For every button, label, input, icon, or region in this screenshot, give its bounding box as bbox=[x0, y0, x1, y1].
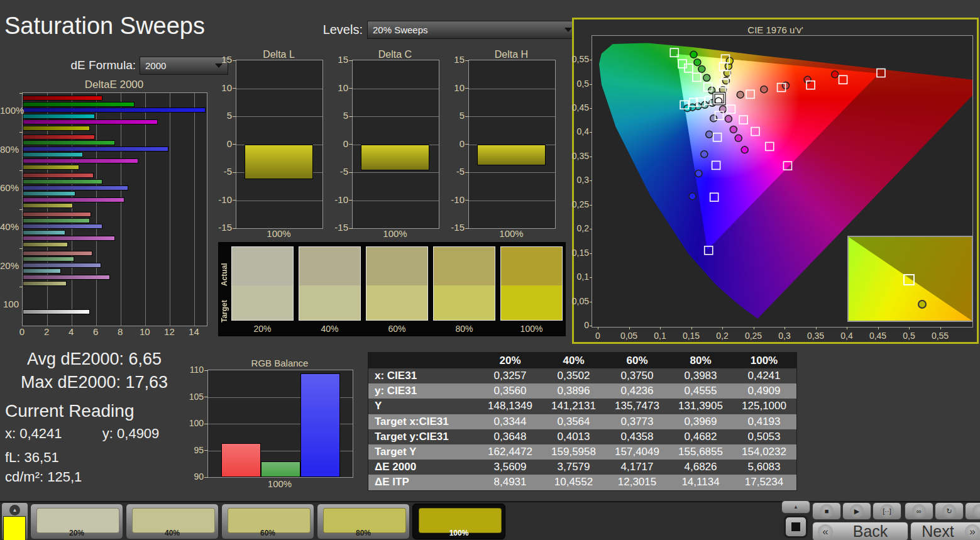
rgb-axis-tick bbox=[204, 370, 208, 371]
transport-stop-button[interactable]: ■ bbox=[812, 502, 841, 520]
transport-play-button[interactable]: ▶ bbox=[842, 502, 871, 520]
table-header-cell: 60% bbox=[605, 353, 669, 368]
cdm2-readout: cd/m²: 125,1 bbox=[5, 469, 82, 485]
deltae-bar-green bbox=[23, 218, 90, 223]
levels-label: Levels: bbox=[286, 23, 363, 37]
cie-x-tick bbox=[754, 327, 754, 329]
cie-y-tick bbox=[590, 108, 592, 109]
measured-magenta-2 bbox=[725, 116, 732, 123]
levels-value: 20% Sweeps bbox=[373, 25, 428, 35]
measured-blue-5 bbox=[689, 193, 696, 200]
table-row-label: Y bbox=[368, 399, 478, 414]
panel-collapse-button[interactable]: ▲ bbox=[781, 500, 810, 539]
table-value-cell: 154,0232 bbox=[732, 444, 796, 460]
rgb-bar-green bbox=[261, 461, 300, 477]
table-value-cell: 0,4358 bbox=[605, 429, 669, 444]
cie-x-tick-label: 0,2 bbox=[710, 331, 735, 341]
delta-axis-tick bbox=[465, 172, 469, 173]
deltae-bar-blue bbox=[23, 185, 128, 190]
transport-infinity-button[interactable]: ∞ bbox=[905, 502, 933, 520]
table-header-cell: 20% bbox=[478, 353, 542, 368]
table-value-cell: 135,7473 bbox=[605, 399, 669, 414]
delta-bar bbox=[245, 145, 313, 179]
table-value-cell: 0,4013 bbox=[542, 429, 605, 444]
swatch-column-label: 40% bbox=[299, 324, 361, 334]
delta-axis-tick bbox=[349, 144, 353, 145]
delta-y-tick-label: 15 bbox=[326, 54, 348, 65]
patch-button-100%[interactable]: 100% bbox=[412, 504, 505, 539]
table-value-cell: 0,4682 bbox=[669, 429, 732, 444]
levels-dropdown[interactable]: 20% Sweeps bbox=[367, 21, 578, 39]
cie-y-tick-label: 0,05 bbox=[570, 296, 589, 306]
rgb-x-label: 100% bbox=[207, 478, 352, 489]
deltae-bar-cyan bbox=[23, 230, 65, 235]
deltae-axis-tick bbox=[19, 170, 23, 171]
back-button[interactable]: «Back bbox=[812, 522, 908, 540]
deltae-bar-blue bbox=[23, 263, 101, 268]
cie-y-tick-label: 0,3 bbox=[570, 175, 589, 185]
deltae-group-label: 40% bbox=[0, 221, 19, 232]
transport-loop-button[interactable]: ↻ bbox=[935, 502, 964, 520]
stop-pattern-button[interactable] bbox=[784, 515, 808, 538]
delta-axis-tick bbox=[465, 200, 469, 201]
patch-button-label: 60% bbox=[222, 529, 314, 537]
deltae-bar-yellow bbox=[23, 126, 90, 131]
patch-button-label: 80% bbox=[317, 529, 409, 537]
rgb-bar-red bbox=[221, 443, 261, 477]
delta-gridline bbox=[236, 89, 322, 89]
collapse-arrow-button[interactable]: ▲ bbox=[781, 500, 810, 514]
transport-record-button[interactable] bbox=[965, 502, 980, 520]
cie-x-tick-label: 0,15 bbox=[679, 331, 704, 341]
cie-x-tick-label: 0,3 bbox=[772, 331, 797, 341]
cie-1976-panel: CIE 1976 u'v' 00,050,10,150,20,250,30,35… bbox=[572, 18, 979, 344]
patch-button-60%[interactable]: 60% bbox=[221, 504, 314, 539]
table-value-cell: 10,4552 bbox=[542, 475, 605, 490]
table-row: x: CIE310,32570,35020,37500,39830,4241 bbox=[368, 368, 796, 383]
cie-x-tick bbox=[629, 327, 630, 329]
delta-gridline bbox=[353, 201, 439, 201]
measured-red-5 bbox=[832, 71, 839, 78]
table-value-cell: 125,1000 bbox=[732, 399, 796, 414]
delta-chart-title: Delta H bbox=[468, 49, 554, 60]
x-label: x: bbox=[5, 426, 16, 441]
cie-y-tick-label: 0,2 bbox=[570, 223, 589, 233]
cie-y-tick bbox=[590, 302, 592, 302]
table-value-cell: 0,4193 bbox=[732, 414, 796, 429]
table-value-cell: 141,2131 bbox=[542, 399, 605, 414]
deltae-bar-red bbox=[23, 251, 92, 256]
deltae-group-label: 80% bbox=[0, 144, 19, 155]
de-formula-label: dE Formula: bbox=[0, 58, 136, 72]
measured-magenta-4 bbox=[735, 135, 742, 141]
delta-gridline bbox=[469, 172, 555, 173]
patch-button-20%[interactable]: 20% bbox=[30, 504, 123, 539]
patch-button-40%[interactable]: 40% bbox=[126, 504, 219, 539]
delta-y-tick-label: 5 bbox=[326, 110, 348, 121]
table-value-cell: 12,3015 bbox=[605, 475, 669, 490]
patch-button-80%[interactable]: 80% bbox=[317, 504, 410, 539]
current-patch-swatch bbox=[3, 516, 26, 540]
cdm2-value: 125,1 bbox=[47, 469, 82, 485]
delta-y-tick-label: 5 bbox=[442, 110, 465, 121]
table-value-cell: 0,3773 bbox=[605, 414, 669, 429]
rgb-y-tick-label: 110 bbox=[184, 365, 204, 375]
table-header-cell: 40% bbox=[542, 353, 605, 368]
table-value-cell: 148,1349 bbox=[478, 399, 542, 414]
transport-frame-marker-button[interactable]: [··] bbox=[873, 502, 901, 520]
delta-chart-title: Delta C bbox=[352, 49, 438, 60]
collapse-up-button[interactable]: ▲ bbox=[9, 505, 20, 515]
measurement-table: 20%40%60%80%100%x: CIE310,32570,35020,37… bbox=[368, 352, 797, 491]
next-button[interactable]: Next» bbox=[910, 522, 980, 540]
deltae-gridline bbox=[96, 93, 97, 326]
deltae-group-label: 60% bbox=[0, 182, 19, 193]
deltae-bar-yellow bbox=[23, 242, 68, 247]
deltae-x-tick-label: 12 bbox=[163, 326, 175, 337]
cie-y-tick bbox=[590, 277, 592, 278]
rgb-balance-plot bbox=[207, 370, 353, 478]
target-red-1 bbox=[746, 90, 754, 98]
next-button-label: Next bbox=[911, 522, 965, 540]
next-chevron-icon: » bbox=[965, 524, 980, 539]
actual-row-label: Actual bbox=[220, 246, 229, 286]
delta-axis-tick bbox=[233, 116, 236, 117]
table-value-cell: 131,3905 bbox=[669, 399, 732, 414]
delta-y-tick-label: -5 bbox=[209, 166, 232, 177]
